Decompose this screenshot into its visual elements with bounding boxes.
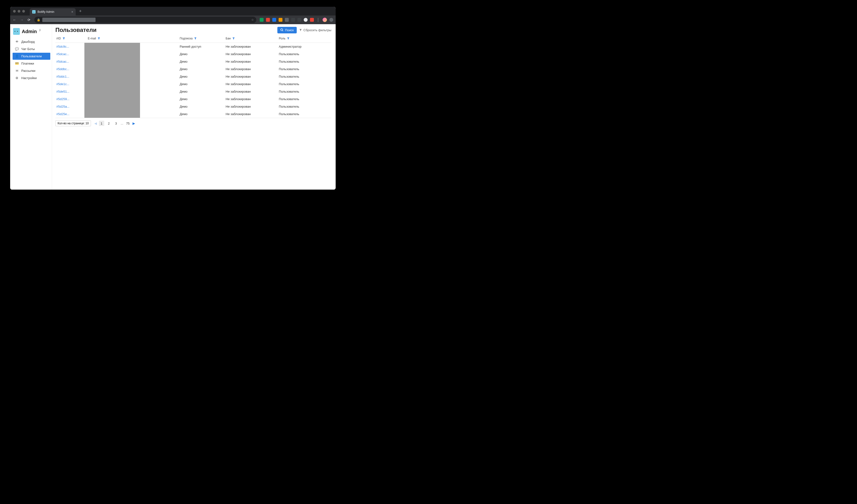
- table-header: #ID E-mail Подписка Бан Роль: [55, 35, 331, 43]
- row-role-cell: Пользователь: [279, 67, 330, 71]
- row-ban-cell: Не заблокирован: [225, 60, 279, 63]
- sidebar-item-4[interactable]: ✉ Рассылки: [13, 67, 50, 74]
- row-id-link[interactable]: #5ddc1...: [56, 75, 88, 78]
- sidebar-item-5[interactable]: ⚙ Настройки: [13, 74, 50, 82]
- table-footer: Кол-во на странице: 10 ◀123...75▶: [55, 118, 331, 126]
- row-ban-cell: Не заблокирован: [225, 67, 279, 71]
- pager-ellipsis: ...: [121, 122, 123, 125]
- sidebar-item-2[interactable]: 👤 Пользователи: [13, 53, 50, 60]
- browser-navbar: ← → ⟳ 🔒 ☆ │: [10, 16, 336, 24]
- eye-icon: 👁: [15, 40, 19, 44]
- row-role-cell: Пользователь: [279, 52, 330, 56]
- back-icon[interactable]: ←: [13, 18, 16, 22]
- filter-icon[interactable]: [98, 37, 100, 40]
- search-button-label: Поиск: [285, 28, 294, 32]
- extension-icon[interactable]: [291, 18, 295, 22]
- row-ban-cell: Не заблокирован: [225, 82, 279, 86]
- logo-icon: [13, 28, 20, 35]
- extension-icon[interactable]: [279, 18, 283, 22]
- tab-title: Botlify Admin: [37, 10, 54, 14]
- close-icon[interactable]: ×: [71, 10, 73, 14]
- extension-icon[interactable]: [266, 18, 270, 22]
- row-subscription-cell: Ранний доступ: [180, 45, 225, 48]
- row-ban-cell: Не заблокирован: [225, 97, 279, 101]
- column-header-email[interactable]: E-mail: [88, 37, 180, 40]
- sidebar-item-label: Дашборд: [21, 40, 35, 44]
- bookmark-star-icon[interactable]: ☆: [251, 18, 254, 21]
- page-title: Пользователи: [55, 27, 97, 33]
- row-subscription-cell: Демо: [180, 52, 225, 56]
- filter-icon[interactable]: [194, 37, 197, 40]
- reset-filters-button[interactable]: Сбросить фильтры: [299, 28, 331, 32]
- per-page-select[interactable]: Кол-во на странице: 10: [55, 120, 91, 126]
- browser-tab[interactable]: Botlify Admin ×: [30, 8, 76, 16]
- filter-icon[interactable]: [232, 37, 235, 40]
- sidebar-item-1[interactable]: 💬 Чат Боты: [13, 46, 50, 52]
- column-header-subscription[interactable]: Подписка: [180, 37, 225, 40]
- minimize-dot[interactable]: [18, 10, 20, 13]
- extension-icon[interactable]: [285, 18, 289, 22]
- column-header-id[interactable]: #ID: [56, 37, 88, 40]
- url-redacted: [42, 18, 96, 22]
- row-id-link[interactable]: #5dc9c...: [56, 45, 88, 48]
- pager-next-icon[interactable]: ▶: [133, 121, 135, 125]
- forward-icon[interactable]: →: [20, 18, 24, 22]
- column-header-ban[interactable]: Бан: [225, 37, 279, 40]
- extension-icon[interactable]: [304, 18, 307, 22]
- row-id-link[interactable]: #5dcac...: [56, 52, 88, 56]
- search-button[interactable]: Поиск: [278, 27, 297, 33]
- profile-avatar[interactable]: [323, 18, 327, 22]
- maximize-dot[interactable]: [22, 10, 25, 13]
- extension-icon[interactable]: [272, 18, 276, 22]
- card-icon: 💳: [15, 62, 19, 65]
- close-dot[interactable]: [13, 10, 16, 13]
- sidebar-item-label: Чат Боты: [21, 47, 35, 51]
- menu-separator: │: [316, 18, 320, 22]
- browser-window: Botlify Admin × + ← → ⟳ 🔒 ☆ │: [10, 7, 336, 190]
- pager-page-75[interactable]: 75: [125, 121, 131, 126]
- row-role-cell: Администратор: [279, 45, 330, 48]
- extension-icon[interactable]: [329, 18, 333, 22]
- column-header-role[interactable]: Роль: [279, 37, 330, 40]
- row-id-link[interactable]: #5ddbc...: [56, 67, 88, 71]
- window-controls[interactable]: [13, 10, 25, 13]
- row-role-cell: Пользователь: [279, 90, 330, 93]
- row-ban-cell: Не заблокирован: [225, 90, 279, 93]
- extension-icon[interactable]: [298, 18, 301, 22]
- address-bar[interactable]: 🔒 ☆: [34, 17, 256, 23]
- row-ban-cell: Не заблокирован: [225, 75, 279, 78]
- brand-name: Admin: [22, 29, 37, 34]
- pager-page-3[interactable]: 3: [113, 121, 119, 126]
- svg-line-1: [282, 31, 283, 31]
- row-subscription-cell: Демо: [180, 67, 225, 71]
- row-subscription-cell: Демо: [180, 112, 225, 116]
- row-id-link[interactable]: #5d259...: [56, 97, 88, 101]
- row-subscription-cell: Демо: [180, 82, 225, 86]
- pager-page-1[interactable]: 1: [99, 121, 104, 126]
- row-subscription-cell: Демо: [180, 60, 225, 63]
- row-id-link[interactable]: #5dcac...: [56, 60, 88, 63]
- row-role-cell: Пользователь: [279, 75, 330, 78]
- extension-icon[interactable]: [260, 18, 264, 22]
- sidebar-item-0[interactable]: 👁 Дашборд: [13, 38, 50, 45]
- app-root: Admin β 👁 Дашборд💬 Чат Боты👤 Пользовател…: [10, 24, 336, 190]
- pager-page-2[interactable]: 2: [106, 121, 112, 126]
- extension-tray: │: [260, 18, 333, 22]
- row-id-link[interactable]: #5de51...: [56, 90, 88, 93]
- row-id-link[interactable]: #5d25a...: [56, 105, 88, 108]
- filter-icon[interactable]: [287, 37, 290, 40]
- row-ban-cell: Не заблокирован: [225, 105, 279, 108]
- pager-prev-icon[interactable]: ◀: [94, 121, 97, 125]
- extension-icon[interactable]: [310, 18, 314, 22]
- page-header: Пользователи Поиск Сбросить фильтры: [55, 27, 331, 33]
- new-tab-button[interactable]: +: [79, 9, 82, 14]
- svg-point-0: [281, 29, 283, 31]
- row-id-link[interactable]: #5de1c...: [56, 82, 88, 86]
- row-subscription-cell: Демо: [180, 105, 225, 108]
- filter-icon[interactable]: [62, 37, 65, 40]
- reload-icon[interactable]: ⟳: [27, 18, 31, 22]
- row-id-link[interactable]: #5d25e...: [56, 112, 88, 116]
- sidebar-item-3[interactable]: 💳 Платежи: [13, 60, 50, 67]
- sidebar-item-label: Настройки: [21, 76, 37, 80]
- beta-badge: β: [39, 29, 40, 31]
